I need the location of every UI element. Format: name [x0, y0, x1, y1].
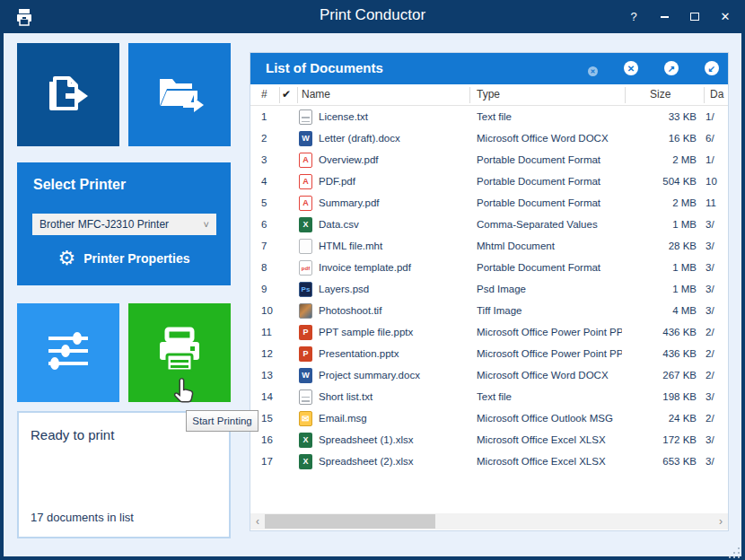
- table-row[interactable]: 17XSpreadsheet (2).xlsxMicrosoft Office …: [250, 451, 728, 473]
- sliders-icon: [41, 327, 95, 379]
- row-number: 11: [261, 327, 272, 337]
- help-button[interactable]: ?: [621, 5, 646, 29]
- column-type[interactable]: Type: [477, 88, 500, 101]
- file-type-icon-xlsx: X: [299, 454, 312, 469]
- file-date: 6/: [706, 133, 729, 144]
- scroll-left-icon[interactable]: ‹: [250, 513, 265, 529]
- file-type: Microsoft Office Outlook MSG: [477, 413, 622, 424]
- titlebar: Print Conductor ? ✕: [0, 0, 745, 33]
- file-type-icon-tif: [299, 303, 312, 319]
- file-date: 2/: [706, 413, 729, 424]
- row-number: 14: [261, 391, 273, 402]
- maximize-icon: [690, 13, 699, 21]
- file-size: 4 MB: [609, 305, 697, 316]
- table-row[interactable]: 3AOverview.pdfPortable Document Format2 …: [250, 150, 728, 171]
- file-name: Project summary.docx: [319, 370, 471, 381]
- close-button[interactable]: ✕: [713, 5, 738, 29]
- file-name: Layers.psd: [319, 284, 471, 294]
- file-type: Microsoft Office Power Point PP...: [477, 327, 622, 337]
- maximize-button[interactable]: [682, 5, 707, 29]
- save-list-icon[interactable]: ↗: [652, 59, 679, 78]
- clear-list-icon[interactable]: ✕: [611, 59, 638, 78]
- file-name: Data.csv: [319, 219, 471, 230]
- table-row[interactable]: 6XData.csvComma-Separated Values1 MB3/: [250, 214, 728, 236]
- table-row[interactable]: 2WLetter (draft).docxMicrosoft Office Wo…: [250, 128, 728, 150]
- file-type: Microsoft Office Word DOCX: [477, 133, 622, 144]
- add-folder-button[interactable]: [128, 43, 231, 146]
- printer-properties-button[interactable]: ⚙ Printer Properties: [17, 249, 231, 268]
- file-date: 10: [706, 176, 729, 187]
- print-conductor-window: Print Conductor ? ✕: [0, 0, 745, 560]
- file-type-icon-pdf: A: [299, 196, 312, 211]
- column-name[interactable]: Name: [302, 88, 330, 101]
- table-row[interactable]: 13WProject summary.docxMicrosoft Office …: [250, 365, 728, 387]
- table-row[interactable]: 7HTML file.mhtMhtml Document28 KB3/: [250, 236, 728, 258]
- file-date: 3/: [706, 219, 729, 230]
- file-name: Letter (draft).docx: [319, 133, 471, 144]
- settings-button[interactable]: [17, 303, 119, 402]
- table-row[interactable]: 4APDF.pdfPortable Document Format504 KB1…: [250, 171, 728, 193]
- table-row[interactable]: 9PsLayers.psdPsd Image1 MB3/: [250, 279, 728, 301]
- file-name: Invoice template.pdf: [319, 262, 471, 273]
- printer-properties-label: Printer Properties: [83, 251, 189, 266]
- row-number: 4: [261, 176, 267, 187]
- file-type-icon-pptx: P: [299, 325, 312, 340]
- select-printer-panel: Select Printer Brother MFC-J2310 Printer…: [17, 162, 231, 285]
- table-row[interactable]: 15✉Email.msgMicrosoft Office Outlook MSG…: [250, 408, 728, 430]
- file-type: Comma-Separated Values: [477, 219, 622, 230]
- file-type: Portable Document Format: [477, 262, 622, 273]
- printer-select[interactable]: Brother MFC-J2310 Printer ˅: [32, 214, 216, 235]
- column-date[interactable]: Da: [710, 88, 723, 101]
- table-row[interactable]: 1License.txtText file33 KB1/: [250, 107, 728, 128]
- table-row[interactable]: 14Short list.txtText file198 KB3/: [250, 387, 728, 408]
- file-type: Microsoft Office Power Point PP...: [477, 348, 622, 359]
- file-type-icon-psd: Ps: [299, 282, 312, 297]
- status-text: Ready to print: [31, 427, 114, 442]
- file-type-icon-docx: W: [299, 131, 312, 146]
- file-date: 3/: [706, 284, 729, 294]
- table-row[interactable]: 8pdfInvoice template.pdfPortable Documen…: [250, 258, 728, 279]
- table-row[interactable]: 12PPresentation.pptxMicrosoft Office Pow…: [250, 344, 728, 365]
- horizontal-scrollbar[interactable]: ‹ ›: [250, 513, 728, 529]
- file-size: 436 KB: [609, 348, 697, 359]
- resize-grip[interactable]: [727, 546, 740, 558]
- file-type-icon-pdf: A: [299, 153, 312, 168]
- documents-panel-title: List of Documents: [266, 60, 383, 75]
- file-date: 1/: [706, 154, 729, 165]
- table-row[interactable]: 5ASummary.pdfPortable Document Format2 M…: [250, 193, 728, 214]
- column-size[interactable]: Size: [650, 88, 670, 101]
- file-name: Short list.txt: [319, 391, 471, 402]
- row-number: 8: [261, 262, 267, 273]
- file-type-icon-txt: [299, 389, 312, 405]
- hand-cursor-icon: [172, 377, 197, 409]
- row-number: 6: [261, 219, 267, 230]
- column-check checkmark-icon[interactable]: ✔: [282, 88, 291, 101]
- file-date: 2/: [706, 370, 729, 381]
- file-name: Summary.pdf: [319, 197, 471, 208]
- file-type: Text file: [477, 391, 622, 402]
- add-documents-button[interactable]: [17, 43, 119, 146]
- file-date: 3/: [706, 391, 729, 402]
- file-date: 3/: [706, 456, 729, 467]
- file-size: 2 MB: [609, 197, 697, 208]
- file-date: 3/: [706, 262, 729, 273]
- scrollbar-thumb[interactable]: [265, 514, 435, 529]
- table-row[interactable]: 16XSpreadsheet (1).xlsxMicrosoft Office …: [250, 430, 728, 451]
- file-name: Presentation.pptx: [319, 348, 471, 359]
- column-number[interactable]: #: [261, 88, 267, 101]
- file-type: Portable Document Format: [477, 197, 622, 208]
- file-type: Microsoft Office Excel XLSX: [477, 456, 622, 467]
- file-name: Email.msg: [319, 413, 471, 424]
- table-row[interactable]: 11PPPT sample file.pptxMicrosoft Office …: [250, 322, 728, 344]
- table-row[interactable]: 10Photoshoot.tifTiff Image4 MB3/: [250, 301, 728, 322]
- file-size: 267 KB: [609, 370, 697, 381]
- file-type: Mhtml Document: [477, 241, 622, 251]
- file-type-icon-docx: W: [299, 368, 312, 383]
- minimize-button[interactable]: [652, 5, 677, 29]
- file-size: 2 MB: [609, 154, 697, 165]
- scroll-right-icon[interactable]: ›: [714, 513, 728, 529]
- row-number: 9: [261, 284, 267, 294]
- file-date: 2/: [706, 327, 729, 337]
- load-list-icon[interactable]: ↙: [692, 59, 719, 78]
- row-number: 3: [261, 154, 267, 165]
